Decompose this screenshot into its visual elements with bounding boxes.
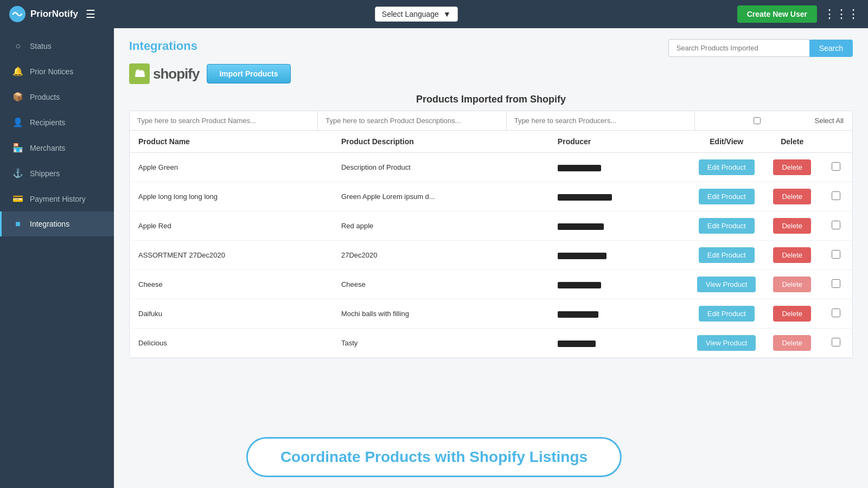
col-header-check — [820, 131, 852, 153]
row-checkbox[interactable] — [832, 191, 840, 200]
page-title: Integrations — [129, 39, 197, 53]
cell-producer — [549, 153, 688, 182]
table-row: Apple Green Description of Product Edit … — [130, 153, 852, 182]
language-select[interactable]: Select Language ▼ — [375, 7, 458, 22]
cell-product-desc: Tasty — [333, 329, 549, 358]
select-all-checkbox[interactable] — [704, 117, 810, 124]
cell-product-desc: Description of Product — [333, 153, 549, 182]
cell-editview: View Product — [688, 270, 764, 299]
cell-product-name: Cheese — [130, 270, 333, 299]
bottom-banner: Coordinate Products with Shopify Listing… — [246, 437, 622, 477]
table-row: Apple Red Red apple Edit Product Delete — [130, 211, 852, 241]
table-row: ASSORTMENT 27Dec2020 27Dec2020 Edit Prod… — [130, 241, 852, 270]
delete-button[interactable]: Delete — [773, 247, 811, 263]
select-all-label: Select All — [815, 117, 844, 125]
cell-product-desc: Mochi balls with filling — [333, 299, 549, 329]
status-icon: ○ — [12, 41, 23, 51]
layout: ○ Status 🔔 Prior Notices 📦 Products 👤 Re… — [0, 28, 868, 488]
import-products-button[interactable]: Import Products — [207, 64, 290, 84]
search-row: Search — [668, 39, 853, 57]
sidebar-item-merchants[interactable]: 🏪 Merchants — [0, 135, 114, 160]
sidebar-item-payment-history[interactable]: 💳 Payment History — [0, 186, 114, 211]
cell-editview: Edit Product — [688, 241, 764, 270]
sidebar-item-shippers[interactable]: ⚓ Shippers — [0, 160, 114, 186]
producer-redacted — [558, 223, 604, 230]
cell-delete: Delete — [764, 299, 820, 329]
delete-button[interactable]: Delete — [773, 277, 811, 292]
cell-product-desc: Cheese — [333, 270, 549, 299]
cell-checkbox — [820, 211, 852, 241]
logo-text: PriorNotify — [30, 9, 78, 20]
grid-icon[interactable]: ⋮⋮⋮ — [824, 7, 859, 21]
cell-producer — [549, 270, 688, 299]
edit-product-button[interactable]: Edit Product — [699, 247, 755, 263]
cell-checkbox — [820, 153, 852, 182]
producer-redacted — [558, 194, 612, 201]
cell-checkbox — [820, 299, 852, 329]
merchants-icon: 🏪 — [12, 143, 23, 153]
sidebar-item-integrations[interactable]: ■ Integrations — [0, 211, 114, 236]
producer-redacted — [558, 253, 607, 259]
cell-producer — [549, 241, 688, 270]
search-button[interactable]: Search — [809, 40, 853, 57]
search-producer-input[interactable] — [507, 111, 695, 130]
col-header-delete: Delete — [764, 131, 820, 153]
cell-product-name: ASSORTMENT 27Dec2020 — [130, 241, 333, 270]
recipients-icon: 👤 — [12, 117, 23, 127]
sidebar-item-products[interactable]: 📦 Products — [0, 84, 114, 110]
cell-delete: Delete — [764, 270, 820, 299]
cell-producer — [549, 299, 688, 329]
row-checkbox[interactable] — [832, 279, 840, 288]
view-product-button[interactable]: View Product — [697, 277, 756, 292]
edit-product-button[interactable]: Edit Product — [699, 218, 755, 234]
table-row: Delicious Tasty View Product Delete — [130, 329, 852, 358]
producer-redacted — [558, 165, 601, 171]
delete-button[interactable]: Delete — [773, 218, 811, 234]
cell-product-name: Apple long long long long — [130, 182, 333, 211]
select-all-container: Select All — [695, 111, 852, 130]
edit-product-button[interactable]: Edit Product — [699, 189, 755, 204]
sidebar: ○ Status 🔔 Prior Notices 📦 Products 👤 Re… — [0, 28, 114, 488]
cell-product-name: Apple Green — [130, 153, 333, 182]
row-checkbox[interactable] — [832, 338, 840, 346]
cell-producer — [549, 329, 688, 358]
products-tbody: Apple Green Description of Product Edit … — [130, 153, 852, 358]
shopify-text: shopify — [153, 66, 199, 82]
edit-product-button[interactable]: Edit Product — [699, 159, 755, 175]
search-product-desc-input[interactable] — [318, 111, 506, 130]
integrations-icon: ■ — [12, 219, 23, 229]
payment-icon: 💳 — [12, 194, 23, 204]
delete-button[interactable]: Delete — [773, 189, 811, 204]
search-input[interactable] — [668, 39, 809, 57]
cell-delete: Delete — [764, 153, 820, 182]
row-checkbox[interactable] — [832, 162, 840, 171]
sidebar-item-recipients[interactable]: 👤 Recipients — [0, 110, 114, 135]
cell-product-name: Apple Red — [130, 211, 333, 241]
create-new-user-button[interactable]: Create New User — [737, 5, 817, 23]
cell-editview: Edit Product — [688, 153, 764, 182]
col-header-product-desc: Product Description — [333, 131, 549, 153]
delete-button[interactable]: Delete — [773, 306, 811, 322]
shippers-icon: ⚓ — [12, 168, 23, 178]
shopify-logo: shopify — [129, 63, 199, 84]
row-checkbox[interactable] — [832, 250, 840, 259]
logo-area: PriorNotify — [9, 5, 78, 23]
cell-checkbox — [820, 329, 852, 358]
main-header: Integrations Search — [129, 39, 853, 57]
sidebar-item-status[interactable]: ○ Status — [0, 34, 114, 59]
cell-checkbox — [820, 270, 852, 299]
hamburger-menu-icon[interactable]: ☰ — [86, 8, 95, 21]
row-checkbox[interactable] — [832, 309, 840, 317]
col-header-editview: Edit/View — [688, 131, 764, 153]
shopify-section: shopify Import Products — [129, 63, 853, 84]
bell-icon: 🔔 — [12, 66, 23, 76]
search-product-names-input[interactable] — [130, 111, 318, 130]
cell-checkbox — [820, 241, 852, 270]
cell-product-desc: Red apple — [333, 211, 549, 241]
view-product-button[interactable]: View Product — [697, 335, 756, 351]
edit-product-button[interactable]: Edit Product — [699, 306, 755, 322]
delete-button[interactable]: Delete — [773, 159, 811, 175]
row-checkbox[interactable] — [832, 221, 840, 229]
delete-button[interactable]: Delete — [773, 335, 811, 351]
sidebar-item-prior-notices[interactable]: 🔔 Prior Notices — [0, 59, 114, 84]
